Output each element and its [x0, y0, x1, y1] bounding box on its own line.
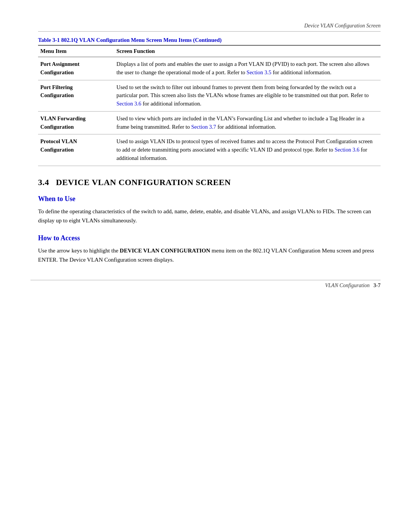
table-caption: Table 3-1 802.1Q VLAN Configuration Menu…	[38, 35, 381, 45]
menu-item-cell: Port Assignment Configuration	[38, 57, 114, 80]
section-link[interactable]: Section 3.7	[191, 124, 216, 130]
function-cell: Used to view which ports are included in…	[114, 111, 381, 134]
bold-device-vlan: DEVICE VLAN CONFIGURATION	[120, 248, 210, 254]
section-number: 3.4	[38, 177, 49, 187]
table-row: Port Assignment Configuration Displays a…	[38, 57, 381, 80]
col-header-function: Screen Function	[114, 45, 381, 57]
table-row: Protocol VLAN Configuration Used to assi…	[38, 134, 381, 166]
when-to-use-block: When to Use To define the operating char…	[38, 195, 381, 225]
page-container: Device VLAN Configuration Screen Table 3…	[0, 0, 411, 304]
how-to-access-heading: How to Access	[38, 234, 381, 242]
when-to-use-text: To define the operating characteristics …	[38, 207, 381, 225]
config-table: Menu Item Screen Function Port Assignmen…	[38, 45, 381, 166]
section-link[interactable]: Section 3.6	[335, 147, 359, 153]
when-to-use-heading: When to Use	[38, 195, 381, 203]
page-footer: VLAN Configuration 3-7	[30, 280, 381, 289]
function-cell: Used to set the switch to filter out inb…	[114, 80, 381, 111]
how-to-access-block: How to Access Use the arrow keys to high…	[38, 234, 381, 264]
table-row: VLAN Forwarding Configuration Used to vi…	[38, 111, 381, 134]
function-cell: Displays a list of ports and enables the…	[114, 57, 381, 80]
how-to-access-text: Use the arrow keys to highlight the DEVI…	[38, 246, 381, 264]
menu-item-cell: Protocol VLAN Configuration	[38, 134, 114, 166]
section-title: Device VLAN Configuration Screen	[56, 177, 231, 187]
footer-page: 3-7	[373, 283, 381, 289]
section-link[interactable]: Section 3.6	[116, 101, 141, 107]
section-heading: 3.4 Device VLAN Configuration Screen	[38, 177, 381, 187]
header-text: Device VLAN Configuration Screen	[304, 23, 381, 29]
menu-item-cell: Port Filtering Configuration	[38, 80, 114, 111]
section-link[interactable]: Section 3.5	[247, 69, 271, 75]
function-cell: Used to assign VLAN IDs to protocol type…	[114, 134, 381, 166]
footer-label: VLAN Configuration	[325, 283, 370, 289]
menu-item-cell: VLAN Forwarding Configuration	[38, 111, 114, 134]
col-header-menu: Menu Item	[38, 45, 114, 57]
table-row: Port Filtering Configuration Used to set…	[38, 80, 381, 111]
page-header: Device VLAN Configuration Screen	[38, 23, 381, 32]
